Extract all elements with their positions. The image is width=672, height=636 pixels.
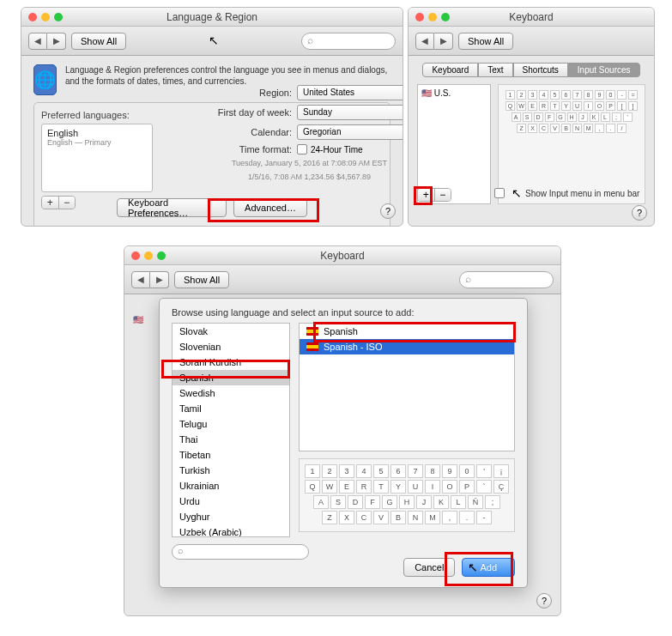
24hour-checkbox[interactable] bbox=[297, 144, 307, 154]
forward-button[interactable]: ▶ bbox=[47, 33, 66, 50]
back-button[interactable]: ◀ bbox=[415, 33, 434, 50]
toolbar: ◀ ▶ Show All bbox=[124, 265, 560, 294]
tab-text[interactable]: Text bbox=[478, 63, 512, 77]
language-item[interactable]: English bbox=[47, 128, 147, 138]
tab-keyboard[interactable]: Keyboard bbox=[422, 63, 478, 77]
key: N bbox=[572, 124, 582, 133]
key: Z bbox=[517, 124, 526, 133]
remove-source-button[interactable]: − bbox=[435, 189, 451, 201]
zoom-icon[interactable] bbox=[54, 13, 63, 21]
keyboard-preferences-button[interactable]: Keyboard Preferences… bbox=[117, 198, 227, 217]
language-row[interactable]: Spanish bbox=[173, 370, 289, 385]
language-row[interactable]: Tibetan bbox=[173, 447, 289, 463]
show-all-button[interactable]: Show All bbox=[174, 271, 229, 288]
input-source-item[interactable]: 🇺🇸 U.S. bbox=[421, 88, 487, 98]
key: K bbox=[433, 495, 449, 509]
minimize-icon[interactable] bbox=[144, 251, 153, 260]
key: P bbox=[606, 101, 615, 111]
back-button[interactable]: ◀ bbox=[131, 271, 150, 288]
language-row[interactable]: Turkish bbox=[173, 463, 289, 478]
cancel-button[interactable]: Cancel bbox=[403, 558, 455, 577]
advanced-button[interactable]: Advanced… bbox=[233, 198, 307, 217]
globe-icon: 🌐 bbox=[33, 64, 57, 95]
key: J bbox=[416, 495, 432, 509]
key: N bbox=[408, 511, 423, 524]
search-input[interactable] bbox=[301, 33, 396, 50]
input-source-option[interactable]: Spanish - ISO bbox=[300, 339, 514, 354]
key: D bbox=[348, 495, 363, 509]
key: 0 bbox=[459, 464, 475, 478]
traffic-lights bbox=[409, 13, 450, 21]
key: Z bbox=[322, 511, 337, 524]
key: C bbox=[356, 511, 372, 524]
zoom-icon[interactable] bbox=[441, 13, 450, 21]
key: D bbox=[534, 112, 543, 122]
window-title: Keyboard bbox=[320, 250, 364, 262]
zoom-icon[interactable] bbox=[157, 251, 166, 260]
toolbar: ◀ ▶ Show All bbox=[21, 27, 403, 56]
add-remove-buttons: + − bbox=[41, 196, 76, 209]
firstday-select[interactable]: Sunday bbox=[297, 105, 403, 120]
language-row[interactable]: Telugu bbox=[173, 416, 289, 432]
language-row[interactable]: Tamil bbox=[173, 401, 289, 416]
language-row[interactable]: Uyghur bbox=[173, 509, 289, 524]
language-row[interactable]: Ukrainian bbox=[173, 478, 289, 494]
minimize-icon[interactable] bbox=[41, 13, 50, 21]
help-button[interactable]: ? bbox=[380, 203, 396, 219]
region-select[interactable]: United States bbox=[297, 85, 403, 100]
key: O bbox=[442, 480, 457, 494]
tab-shortcuts[interactable]: Shortcuts bbox=[513, 63, 568, 77]
input-source-options[interactable]: SpanishSpanish - ISO bbox=[299, 323, 515, 451]
key: E bbox=[339, 480, 354, 494]
bg-source-item: 🇺🇸 bbox=[133, 315, 143, 324]
preferred-languages-list[interactable]: English English — Primary bbox=[41, 124, 153, 192]
show-input-menu-checkbox[interactable] bbox=[494, 188, 505, 198]
key: ¡ bbox=[493, 464, 509, 478]
minimize-icon[interactable] bbox=[428, 13, 437, 21]
close-icon[interactable] bbox=[28, 13, 37, 21]
language-row[interactable]: Swedish bbox=[173, 385, 289, 401]
key: = bbox=[628, 90, 638, 100]
tab-input-sources[interactable]: Input Sources bbox=[568, 63, 640, 77]
key: Y bbox=[390, 480, 406, 494]
key: 2 bbox=[322, 464, 337, 478]
bottom-buttons: Keyboard Preferences… Advanced… bbox=[117, 198, 307, 217]
help-button[interactable]: ? bbox=[632, 205, 647, 221]
key: S bbox=[523, 112, 532, 122]
language-row[interactable]: Uzbek (Arabic) bbox=[173, 524, 289, 537]
dialog-search-input[interactable] bbox=[172, 544, 309, 560]
traffic-lights bbox=[21, 13, 63, 21]
key: B bbox=[390, 511, 406, 524]
add-source-button[interactable]: + bbox=[418, 189, 435, 201]
language-row[interactable]: Urdu bbox=[173, 494, 289, 509]
add-button[interactable]: ↖ Add bbox=[462, 558, 515, 577]
key: J bbox=[578, 112, 588, 122]
show-all-button[interactable]: Show All bbox=[71, 33, 126, 50]
back-button[interactable]: ◀ bbox=[28, 33, 47, 50]
language-row[interactable]: Thai bbox=[173, 432, 289, 447]
calendar-select[interactable]: Gregorian bbox=[297, 124, 403, 140]
show-all-button[interactable]: Show All bbox=[458, 33, 513, 50]
key: U bbox=[408, 480, 423, 494]
language-row[interactable]: Sorani Kurdish bbox=[173, 354, 289, 370]
close-icon[interactable] bbox=[131, 251, 140, 260]
search-input[interactable] bbox=[459, 271, 554, 288]
add-remove-buttons: + − bbox=[417, 188, 451, 202]
add-input-source-dialog: Browse using language and select an inpu… bbox=[159, 298, 528, 588]
add-language-button[interactable]: + bbox=[42, 197, 59, 209]
key: ` bbox=[476, 480, 492, 494]
remove-language-button[interactable]: − bbox=[59, 197, 76, 209]
calendar-label: Calendar: bbox=[202, 127, 292, 137]
forward-button[interactable]: ▶ bbox=[434, 33, 453, 50]
dialog-prompt: Browse using language and select an inpu… bbox=[160, 299, 527, 323]
key: T bbox=[550, 101, 560, 111]
input-source-option[interactable]: Spanish bbox=[300, 324, 514, 339]
language-row[interactable]: Slovenian bbox=[173, 339, 289, 354]
toolbar: ◀ ▶ Show All bbox=[409, 27, 654, 56]
language-row[interactable]: Slovak bbox=[173, 324, 289, 339]
forward-button[interactable]: ▶ bbox=[150, 271, 169, 288]
language-list[interactable]: SlovakSlovenianSorani KurdishSpanishSwed… bbox=[172, 323, 290, 537]
close-icon[interactable] bbox=[415, 13, 424, 21]
key: 1 bbox=[506, 90, 515, 100]
help-button[interactable]: ? bbox=[536, 593, 552, 609]
